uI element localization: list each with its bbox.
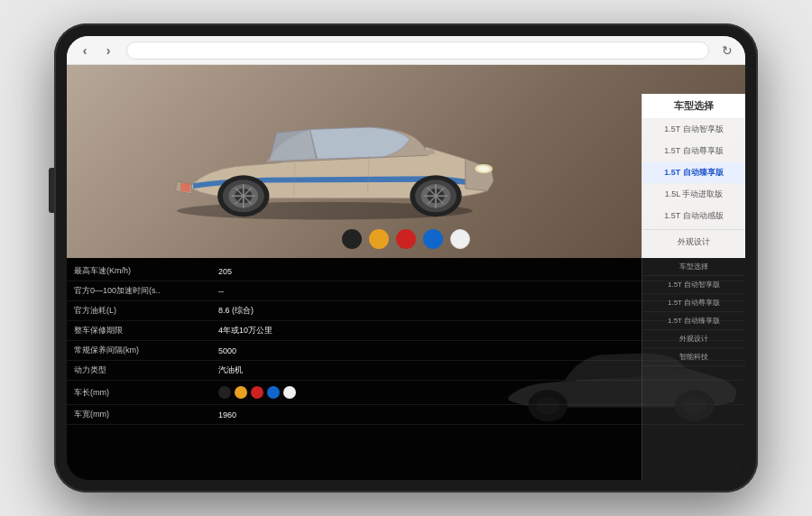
- bottom-panel-row-3[interactable]: 1.5T 自动臻享版: [642, 312, 745, 330]
- color-swatches: [342, 229, 470, 249]
- color-swatch-yellow[interactable]: [369, 229, 389, 249]
- spec-label-6: 车长(mm): [67, 383, 211, 402]
- browser-chrome: ‹ › ↻: [67, 36, 745, 65]
- model-item-2[interactable]: 1.5T 自动臻享版: [642, 162, 745, 184]
- spec-label-5: 动力类型: [67, 361, 211, 380]
- back-button[interactable]: ‹: [76, 41, 94, 60]
- phone-wrapper: ‹ › ↻: [54, 23, 758, 493]
- car-image: [85, 74, 565, 222]
- spec-label-0: 最高车速(Km/h): [67, 262, 211, 281]
- right-panel: 车型选择 1.5T 自动智享版 1.5T 自动尊享版 1.5T 自动臻享版 1.…: [641, 94, 745, 258]
- svg-point-22: [537, 397, 559, 415]
- address-bar[interactable]: [126, 41, 709, 60]
- phone-shell: ‹ › ↻: [54, 23, 758, 493]
- car-svg: [85, 74, 565, 222]
- spec-swatch-blue: [267, 386, 280, 399]
- bottom-panel-row-0[interactable]: 车型选择: [642, 258, 745, 276]
- spec-swatch-red: [251, 386, 263, 399]
- color-swatch-blue[interactable]: [423, 229, 443, 249]
- color-swatch-red[interactable]: [396, 229, 416, 249]
- bottom-panel-row-2[interactable]: 1.5T 自动尊享版: [642, 294, 745, 312]
- spec-label-3: 整车保修期限: [67, 321, 211, 340]
- spec-label-4: 常规保养间隔(km): [67, 341, 211, 360]
- svg-point-2: [478, 166, 490, 172]
- spec-label-2: 官方油耗(L): [67, 301, 211, 320]
- bottom-half: 最高车速(Km/h) 205 官方0—100加速时间(s.. -- 官方油耗(L…: [67, 258, 745, 480]
- model-item-4[interactable]: 1.5T 自动动感版: [642, 206, 745, 227]
- spec-swatch-black: [218, 386, 231, 399]
- side-button[interactable]: [49, 168, 54, 213]
- panel-divider: [642, 229, 745, 230]
- spec-label-7: 车宽(mm): [67, 405, 211, 424]
- bottom-panel-row-4[interactable]: 外观设计: [642, 330, 745, 348]
- color-swatch-white[interactable]: [450, 229, 470, 249]
- model-item-1[interactable]: 1.5T 自动尊享版: [642, 141, 745, 162]
- spec-label-1: 官方0—100加速时间(s..: [67, 281, 211, 300]
- spec-swatch-yellow: [235, 386, 247, 399]
- screen: ‹ › ↻: [67, 36, 745, 480]
- specs-table: 最高车速(Km/h) 205 官方0—100加速时间(s.. -- 官方油耗(L…: [67, 258, 745, 480]
- bottom-right-panel: 车型选择 1.5T 自动智享版 1.5T 自动尊享版 1.5T 自动臻享版 外观…: [641, 258, 745, 480]
- model-item-3[interactable]: 1.5L 手动进取版: [642, 184, 745, 206]
- bottom-panel-row-1[interactable]: 1.5T 自动智享版: [642, 276, 745, 294]
- feature-item-0[interactable]: 外观设计: [642, 232, 745, 253]
- bottom-panel-row-5[interactable]: 智能科技: [642, 348, 745, 366]
- car-display: 车型选择 1.5T 自动智享版 1.5T 自动尊享版 1.5T 自动臻享版 1.…: [67, 65, 745, 258]
- forward-button[interactable]: ›: [99, 41, 117, 60]
- panel-section-header: 车型选择: [642, 94, 745, 119]
- refresh-button[interactable]: ↻: [718, 41, 736, 60]
- browser-half: ‹ › ↻: [67, 36, 745, 258]
- color-swatch-black[interactable]: [342, 229, 362, 249]
- model-item-0[interactable]: 1.5T 自动智享版: [642, 119, 745, 141]
- spec-swatch-white: [283, 386, 296, 399]
